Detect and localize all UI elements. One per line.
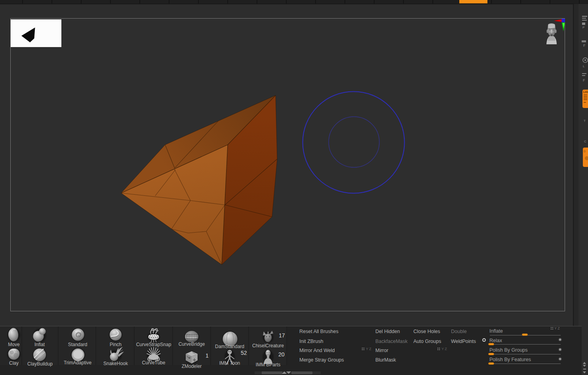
svg-text:L: L <box>583 64 585 68</box>
svg-text:F: F <box>583 78 585 82</box>
svg-text:LIG: LIG <box>583 91 588 93</box>
svg-text:P: P <box>582 26 584 29</box>
svg-text:T: T <box>584 119 586 123</box>
svg-text:C: C <box>584 140 586 143</box>
svg-text:D: D <box>584 150 586 153</box>
svg-text:F: F <box>583 44 586 47</box>
